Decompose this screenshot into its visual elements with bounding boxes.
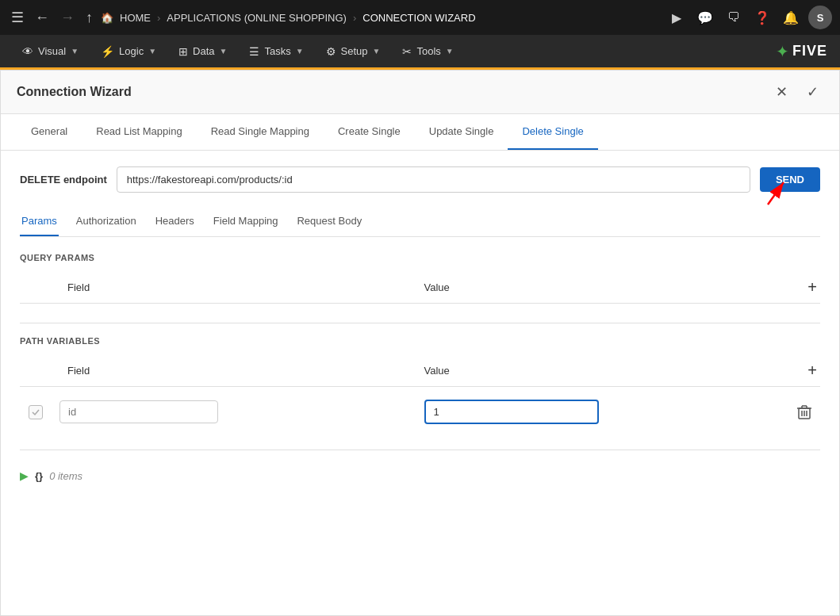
wizard-title: Connection Wizard <box>17 85 132 99</box>
menu-icon[interactable]: ☰ <box>8 6 27 29</box>
path-value-input[interactable] <box>424 400 599 424</box>
delete-icon <box>796 404 812 420</box>
row-field-container <box>59 400 416 423</box>
nav-setup-label: Setup <box>341 45 368 57</box>
query-field-header: Field <box>20 281 424 293</box>
tools-dropdown-icon[interactable]: ▼ <box>446 47 454 55</box>
wizard-body: DELETE endpoint SEND Params Authorizatio… <box>1 151 839 615</box>
chat-icon[interactable]: 💬 <box>694 6 716 29</box>
up-icon[interactable]: ↑ <box>82 6 96 29</box>
nav-visual-label: Visual <box>38 45 66 57</box>
second-bar: 👁 Visual ▼ ⚡ Logic ▼ ⊞ Data ▼ ☰ Tasks ▼ … <box>0 35 840 70</box>
query-add-button[interactable]: + <box>804 278 820 297</box>
top-bar-right: ▶ 💬 🗨 ❓ 🔔 S <box>665 6 832 29</box>
visual-dropdown-icon[interactable]: ▼ <box>71 47 79 55</box>
endpoint-label: DELETE endpoint <box>20 174 107 186</box>
setup-icon: ⚙ <box>326 45 336 58</box>
breadcrumb-applications[interactable]: APPLICATIONS (ONLINE SHOPPING) <box>167 12 347 24</box>
row-checkbox-container <box>20 405 52 419</box>
nav-tools[interactable]: ✂ Tools ▼ <box>393 40 462 63</box>
wizard-header-actions: ✕ ✓ <box>771 82 823 102</box>
tab-delete-single[interactable]: Delete Single <box>508 114 597 150</box>
nav-tasks-label: Tasks <box>264 45 290 57</box>
path-value-header: Value <box>424 365 781 377</box>
nav-tools-label: Tools <box>416 45 440 57</box>
confirm-button[interactable]: ✓ <box>802 82 823 102</box>
json-count: 0 items <box>49 470 82 482</box>
tab-read-list[interactable]: Read List Mapping <box>82 114 196 150</box>
path-vars-header: Field Value + <box>20 355 820 387</box>
breadcrumb-wizard[interactable]: CONNECTION WIZARD <box>362 12 475 24</box>
main-content: Connection Wizard ✕ ✓ General Read List … <box>0 70 840 616</box>
setup-dropdown-icon[interactable]: ▼ <box>373 47 381 55</box>
nav-data[interactable]: ⊞ Data ▼ <box>169 40 236 63</box>
json-preview: ▶ {} 0 items <box>20 463 820 488</box>
path-variables-label: PATH VARIABLES <box>20 336 820 346</box>
home-icon[interactable]: 🏠 <box>101 12 113 24</box>
tab-general[interactable]: General <box>17 114 82 150</box>
send-button[interactable]: SEND <box>760 167 820 192</box>
logo-star-icon: ✦ <box>776 42 789 61</box>
close-button[interactable]: ✕ <box>771 82 792 102</box>
logic-icon: ⚡ <box>101 45 114 58</box>
logic-dropdown-icon[interactable]: ▼ <box>148 47 156 55</box>
forward-icon[interactable]: → <box>57 6 78 29</box>
row-delete-button[interactable] <box>788 404 820 420</box>
json-expand-icon[interactable]: ▶ <box>20 469 29 482</box>
endpoint-row: DELETE endpoint SEND <box>20 166 820 193</box>
play-icon[interactable]: ▶ <box>665 6 688 29</box>
message-icon[interactable]: 🗨 <box>723 6 745 29</box>
top-bar-left: ☰ ← → ↑ 🏠 HOME › APPLICATIONS (ONLINE SH… <box>8 6 659 29</box>
nav-tasks[interactable]: ☰ Tasks ▼ <box>240 40 313 63</box>
nav-setup[interactable]: ⚙ Setup ▼ <box>316 40 390 63</box>
query-value-header: Value <box>424 281 781 293</box>
nav-visual[interactable]: 👁 Visual ▼ <box>13 40 88 63</box>
bottom-divider <box>20 450 820 450</box>
subtab-params[interactable]: Params <box>20 209 59 236</box>
tab-update-single[interactable]: Update Single <box>415 114 508 150</box>
bell-icon[interactable]: 🔔 <box>780 6 802 29</box>
row-checkbox[interactable] <box>29 405 43 419</box>
user-avatar[interactable]: S <box>808 6 832 29</box>
tasks-dropdown-icon[interactable]: ▼ <box>296 47 304 55</box>
tab-read-single[interactable]: Read Single Mapping <box>197 114 324 150</box>
breadcrumb-home[interactable]: HOME <box>120 12 151 24</box>
five-logo: ✦ FIVE <box>776 42 827 61</box>
query-params-section: QUERY PARAMS Field Value + <box>20 253 820 304</box>
tools-icon: ✂ <box>402 45 412 58</box>
json-braces: {} <box>35 470 43 482</box>
wizard-header: Connection Wizard ✕ ✓ <box>1 71 839 114</box>
query-add-action: + <box>781 278 820 297</box>
subtab-headers[interactable]: Headers <box>154 209 196 236</box>
subtab-field-mapping[interactable]: Field Mapping <box>212 209 280 236</box>
breadcrumb-sep1: › <box>157 12 160 24</box>
breadcrumb-sep2: › <box>353 12 356 24</box>
help-icon[interactable]: ❓ <box>751 6 773 29</box>
query-params-label: QUERY PARAMS <box>20 253 820 262</box>
path-add-button[interactable]: + <box>804 362 820 380</box>
data-icon: ⊞ <box>178 45 188 58</box>
path-field-input[interactable] <box>59 400 218 423</box>
sub-tabs: Params Authorization Headers Field Mappi… <box>20 209 820 237</box>
path-add-action: + <box>781 362 820 380</box>
top-bar: ☰ ← → ↑ 🏠 HOME › APPLICATIONS (ONLINE SH… <box>0 0 840 35</box>
subtab-request-body[interactable]: Request Body <box>295 209 363 236</box>
visual-icon: 👁 <box>22 45 33 58</box>
path-variables-section: PATH VARIABLES Field Value + <box>20 336 820 430</box>
data-dropdown-icon[interactable]: ▼ <box>220 47 228 55</box>
back-icon[interactable]: ← <box>32 6 52 29</box>
endpoint-input[interactable] <box>117 166 750 193</box>
query-params-header: Field Value + <box>20 272 820 304</box>
logo-text: FIVE <box>792 43 827 59</box>
tasks-icon: ☰ <box>249 45 259 58</box>
subtab-authorization[interactable]: Authorization <box>75 209 138 236</box>
nav-logic-label: Logic <box>119 45 144 57</box>
row-value-container <box>424 400 781 424</box>
tab-create-single[interactable]: Create Single <box>324 114 415 150</box>
path-variable-row <box>20 393 820 430</box>
nav-logic[interactable]: ⚡ Logic ▼ <box>91 40 166 63</box>
wizard-panel: Connection Wizard ✕ ✓ General Read List … <box>0 70 840 616</box>
path-field-header: Field <box>20 365 424 377</box>
section-divider <box>20 323 820 323</box>
nav-data-label: Data <box>193 45 214 57</box>
